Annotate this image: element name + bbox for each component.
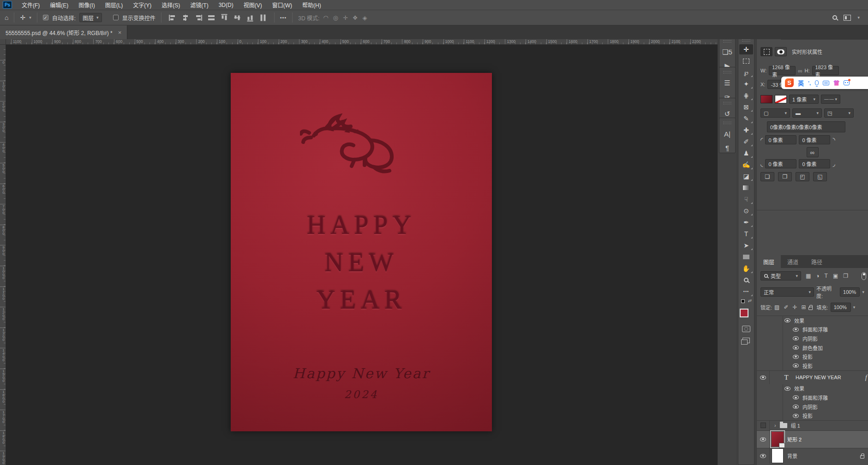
layer-row-text[interactable]: THAPPY NEW YEARf	[757, 370, 868, 384]
home-icon[interactable]: ⌂	[5, 14, 8, 21]
layer-row-background[interactable]: 背景	[757, 448, 868, 464]
height-field[interactable]: 1823 像素	[812, 66, 839, 75]
mini-swatches[interactable]: ⇄	[739, 298, 753, 305]
path-op-3-icon[interactable]: ◰	[796, 172, 809, 181]
menu-item-3d[interactable]: 3D(D)	[214, 0, 239, 10]
radius-br-field[interactable]: 0 像素	[799, 159, 830, 168]
layer-effect-item[interactable]: 投影	[757, 411, 868, 420]
ime-language-toggle[interactable]: 英	[798, 78, 804, 87]
more-options-icon[interactable]: •••	[280, 15, 287, 20]
link-dimensions-icon[interactable]: ∞	[798, 67, 802, 74]
skin-icon[interactable]	[833, 80, 839, 86]
visibility-cell[interactable]	[757, 371, 770, 384]
fill-color-swatch[interactable]	[760, 95, 772, 103]
ruler-origin-box[interactable]	[0, 39, 6, 45]
frame-tool[interactable]: ⊠	[739, 102, 753, 112]
visibility-eye-icon[interactable]	[793, 355, 799, 359]
layer-effect-item[interactable]: 颜色叠加	[757, 343, 868, 352]
menu-item-select[interactable]: 选择(S)	[156, 0, 185, 10]
document-tab[interactable]: 55555555.psd @ 44.6% (矩形 2, RGB/8#) * ×	[0, 25, 127, 39]
vertical-ruler[interactable]: 0100200300400500600700800900100011001200…	[0, 45, 6, 465]
chevron-down-icon[interactable]: ▾	[29, 15, 31, 20]
microphone-icon[interactable]	[815, 80, 819, 85]
eraser-tool[interactable]: ◪	[739, 171, 753, 181]
align-top-icon[interactable]	[221, 14, 227, 21]
visibility-eye-icon[interactable]	[793, 328, 799, 332]
healing-brush-tool[interactable]: ✚	[739, 125, 753, 135]
filter-adjustment-icon[interactable]: ◑	[816, 273, 819, 279]
show-transform-checkbox[interactable]	[113, 15, 119, 20]
filter-pixel-icon[interactable]: ▦	[806, 273, 811, 279]
menu-item-help[interactable]: 帮助(H)	[297, 0, 326, 10]
quick-selection-tool[interactable]: ✦	[739, 79, 753, 89]
menu-item-image[interactable]: 图像(I)	[73, 0, 100, 10]
workspace-icon[interactable]	[844, 15, 851, 21]
layer-effect-item[interactable]: 投影	[757, 352, 868, 361]
visibility-eye-icon[interactable]	[784, 387, 790, 391]
expand-icon[interactable]: ›	[774, 423, 776, 428]
move-tool[interactable]: ✛	[739, 44, 753, 54]
menu-item-window[interactable]: 窗口(W)	[267, 0, 297, 10]
shape-tool[interactable]	[739, 252, 753, 262]
stroke-align-dropdown[interactable]: ▢ ▾	[760, 108, 790, 118]
lock-position-icon[interactable]: ✛	[792, 304, 797, 310]
ime-toolbar[interactable]: S 英 ’,	[781, 77, 868, 89]
quick-mask[interactable]	[739, 324, 753, 334]
path-select-tool[interactable]: ➤	[739, 240, 753, 250]
stroke-color-swatch[interactable]	[775, 95, 787, 103]
marquee-tool[interactable]	[739, 56, 753, 66]
stroke-caps-dropdown[interactable]: ▬ ▾	[792, 108, 822, 118]
layer-effects-header[interactable]: 效果	[757, 316, 868, 325]
character-icon[interactable]: A|	[722, 129, 733, 139]
link-radii-button[interactable]: ∞	[807, 147, 819, 157]
path-op-4-icon[interactable]: ◱	[813, 172, 827, 181]
foreground-color-swatch[interactable]	[740, 309, 748, 317]
screen-mode[interactable]	[739, 335, 753, 346]
corner-radius-summary-field[interactable]: 0像素0像素0像素0像素	[767, 121, 845, 132]
visibility-eye-icon[interactable]	[793, 336, 799, 340]
align-middle-icon[interactable]	[234, 14, 240, 21]
path-op-1-icon[interactable]: ❏	[760, 172, 774, 181]
align-left-icon[interactable]	[169, 15, 176, 21]
radius-tl-field[interactable]: 0 像素	[765, 135, 796, 144]
stroke-corners-dropdown[interactable]: ◳ ▾	[824, 108, 854, 118]
history-brush-tool[interactable]: ✍	[739, 160, 753, 170]
width-field[interactable]: 1268 像素	[769, 66, 796, 75]
layer-effect-item[interactable]: 斜面和浮雕	[757, 393, 868, 402]
ime-punctuation-toggle[interactable]: ’,	[808, 80, 811, 86]
sogou-logo-icon[interactable]: S	[785, 78, 794, 87]
chevron-down-icon[interactable]: ▾	[853, 305, 856, 310]
menu-item-file[interactable]: 文件(F)	[17, 0, 45, 10]
canvas-area[interactable]: HAPPY NEW YEAR Happy New Year 2024	[6, 45, 718, 465]
layer-row-shape[interactable]: 矩形 2	[757, 430, 868, 448]
layer-effects-header[interactable]: 效果	[757, 384, 868, 393]
distribute-v-icon[interactable]	[260, 14, 266, 21]
type-tool[interactable]: T	[739, 229, 753, 239]
path-op-2-icon[interactable]: ❐	[778, 172, 792, 181]
paragraph-icon[interactable]: ¶	[722, 143, 733, 153]
stroke-width-field[interactable]: 1 像素 ▾	[789, 95, 819, 104]
visibility-checkbox[interactable]	[760, 423, 766, 428]
3d-orbit-icon[interactable]: ◠	[323, 14, 328, 21]
menu-item-edit[interactable]: 编辑(E)	[45, 0, 73, 10]
visibility-cell[interactable]	[757, 421, 770, 430]
visibility-eye-icon[interactable]	[793, 346, 799, 350]
3d-roll-icon[interactable]: ◎	[333, 14, 338, 21]
layer-effect-item[interactable]: 内阴影	[757, 402, 868, 411]
lock-pixels-icon[interactable]: ✐	[784, 304, 788, 310]
align-right-icon[interactable]	[195, 15, 202, 21]
radius-bl-field[interactable]: 0 像素	[765, 159, 796, 168]
align-center-h-icon[interactable]	[182, 15, 189, 21]
visibility-eye-icon[interactable]	[760, 454, 766, 458]
search-icon[interactable]	[832, 15, 837, 20]
visibility-eye-icon[interactable]	[793, 414, 799, 418]
lock-transparency-icon[interactable]: ▨	[774, 304, 779, 310]
lasso-tool[interactable]: ℘	[739, 67, 753, 78]
layer-thumbnail[interactable]	[772, 448, 784, 463]
layer-thumbnail[interactable]	[772, 432, 784, 447]
menu-item-layer[interactable]: 图层(L)	[100, 0, 128, 10]
filter-shape-icon[interactable]: ▣	[833, 273, 838, 279]
radius-tr-field[interactable]: 0 像素	[799, 135, 830, 144]
visibility-eye-icon[interactable]	[784, 318, 790, 322]
visibility-eye-icon[interactable]	[793, 405, 799, 409]
